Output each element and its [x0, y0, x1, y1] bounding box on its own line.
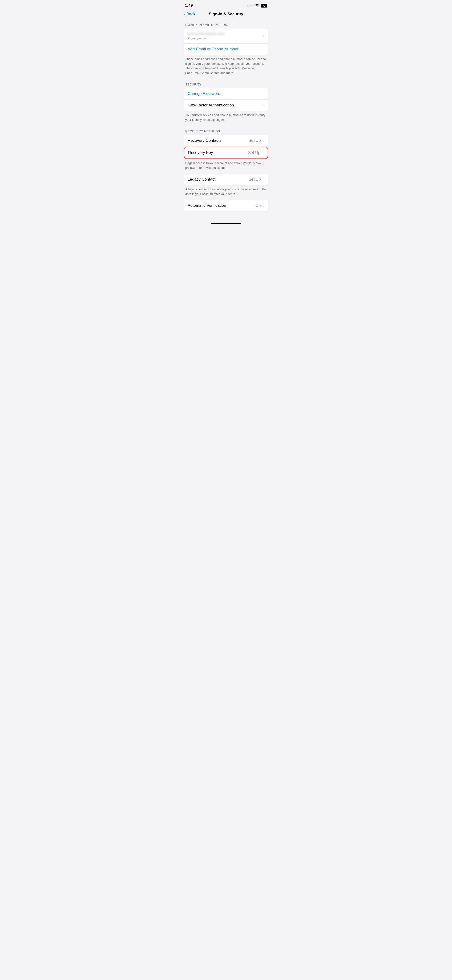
two-factor-row[interactable]: Two-Factor Authentication › — [184, 100, 268, 111]
primary-email-label: Primary email — [188, 37, 263, 40]
legacy-contact-value: Set Up — [248, 177, 261, 182]
auto-verification-chevron-icon: › — [263, 204, 264, 208]
recovery-key-chevron-icon: › — [263, 151, 264, 155]
legacy-contact-label: Legacy Contact — [188, 177, 215, 182]
recovery-contacts-row[interactable]: Recovery Contacts Set Up › — [184, 135, 268, 146]
change-password-label: Change Password — [188, 91, 220, 96]
primary-email-info: a••••••••@outlook.com Primary email — [188, 32, 263, 40]
primary-email-address: a••••••••@outlook.com — [188, 32, 224, 36]
legacy-contact-row[interactable]: Legacy Contact Set Up › — [184, 174, 268, 185]
email-description: These email addresses and phone numbers … — [184, 55, 268, 79]
legacy-contact-description: A legacy contact is someone you trust to… — [184, 185, 268, 200]
legacy-contact-chevron-icon: › — [263, 177, 264, 181]
two-factor-chevron-icon: › — [263, 103, 264, 107]
recovery-section-header: RECOVERY METHODS — [184, 126, 268, 135]
wifi-icon — [255, 4, 259, 8]
battery-indicator: 72 — [261, 4, 267, 8]
recovery-contacts-chevron-icon: › — [263, 138, 264, 143]
recovery-contacts-right: Set Up › — [248, 138, 264, 143]
status-bar: 1:49 72 — [180, 0, 272, 10]
two-factor-label: Two-Factor Authentication — [188, 103, 234, 108]
back-button[interactable]: ‹ Back — [184, 12, 195, 16]
legacy-contact-right: Set Up › — [248, 177, 264, 182]
auto-verification-row[interactable]: Automatic Verification On › — [184, 200, 268, 211]
home-indicator — [180, 218, 272, 226]
security-section-header: SECURITY — [184, 79, 268, 88]
add-email-label: Add Email or Phone Number — [188, 47, 239, 52]
recovery-key-row[interactable]: Recovery Key Set Up › — [184, 147, 268, 159]
auto-verification-value: On — [255, 203, 261, 208]
security-card: Change Password Two-Factor Authenticatio… — [184, 88, 268, 111]
recovery-key-value: Set Up — [248, 150, 260, 155]
status-time: 1:49 — [185, 3, 193, 8]
recovery-contacts-card: Recovery Contacts Set Up › — [184, 135, 268, 146]
change-password-row[interactable]: Change Password — [184, 88, 268, 100]
email-section-header: EMAIL & PHONE NUMBERS — [184, 19, 268, 29]
recovery-contacts-label: Recovery Contacts — [188, 138, 221, 143]
two-factor-description: Your trusted devices and phone numbers a… — [184, 111, 268, 126]
chevron-right-icon: › — [263, 34, 264, 38]
auto-verification-label: Automatic Verification — [188, 203, 226, 208]
status-icons: 72 — [247, 4, 267, 8]
recovery-key-label: Recovery Key — [188, 150, 213, 155]
main-content: EMAIL & PHONE NUMBERS a••••••••@outlook.… — [180, 19, 272, 218]
recovery-contacts-value: Set Up — [248, 138, 261, 143]
back-chevron-icon: ‹ — [184, 12, 186, 16]
email-card: a••••••••@outlook.com Primary email › Ad… — [184, 29, 268, 55]
signal-icon — [247, 5, 253, 6]
back-label: Back — [186, 12, 196, 16]
navigation-bar: ‹ Back Sign-In & Security — [180, 10, 272, 19]
recovery-key-description: Regain access to your account and data i… — [184, 159, 268, 174]
home-bar — [211, 223, 241, 224]
primary-email-row[interactable]: a••••••••@outlook.com Primary email › — [184, 29, 268, 44]
add-email-row[interactable]: Add Email or Phone Number — [184, 44, 268, 55]
page-title: Sign-In & Security — [209, 12, 243, 16]
auto-verification-right: On › — [255, 203, 264, 208]
recovery-key-right: Set Up › — [248, 150, 264, 155]
